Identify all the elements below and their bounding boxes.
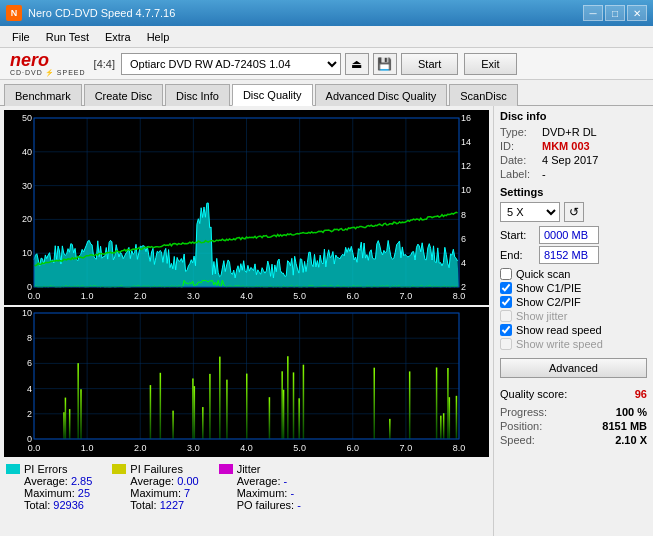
drive-label: [4:4] xyxy=(94,58,115,70)
pi-failures-color xyxy=(112,464,126,474)
window-controls: ─ □ ✕ xyxy=(583,5,647,21)
show-c2-label: Show C2/PIF xyxy=(516,296,581,308)
position-value: 8151 MB xyxy=(602,420,647,432)
position-row: Position: 8151 MB xyxy=(500,420,647,432)
show-c2-row: Show C2/PIF xyxy=(500,296,647,308)
pi-errors-label: PI Errors xyxy=(24,463,67,475)
label-label: Label: xyxy=(500,168,538,180)
drive-select[interactable]: Optiarc DVD RW AD-7240S 1.04 xyxy=(121,53,341,75)
right-panel: Disc info Type: DVD+R DL ID: MKM 003 Dat… xyxy=(493,106,653,536)
menu-help[interactable]: Help xyxy=(139,29,178,45)
pi-errors-maximum: Maximum: 25 xyxy=(6,487,92,499)
menu-file[interactable]: File xyxy=(4,29,38,45)
app-icon: N xyxy=(6,5,22,21)
tab-benchmark[interactable]: Benchmark xyxy=(4,84,82,106)
show-read-speed-checkbox[interactable] xyxy=(500,324,512,336)
top-chart xyxy=(4,110,479,305)
tab-create-disc[interactable]: Create Disc xyxy=(84,84,163,106)
jitter-color xyxy=(219,464,233,474)
start-label: Start: xyxy=(500,229,535,241)
quality-row: Quality score: 96 xyxy=(500,388,647,400)
show-read-speed-row: Show read speed xyxy=(500,324,647,336)
close-button[interactable]: ✕ xyxy=(627,5,647,21)
speed-row: 5 X 1 X 2 X 4 X 8 X Max ↺ xyxy=(500,202,647,222)
menu-run-test[interactable]: Run Test xyxy=(38,29,97,45)
maximize-button[interactable]: □ xyxy=(605,5,625,21)
bottom-chart-container xyxy=(4,307,489,457)
settings-title: Settings xyxy=(500,186,647,198)
type-value: DVD+R DL xyxy=(542,126,597,138)
show-write-speed-checkbox[interactable] xyxy=(500,338,512,350)
start-row: Start: xyxy=(500,226,647,244)
pi-errors-total: Total: 92936 xyxy=(6,499,92,511)
quick-scan-checkbox[interactable] xyxy=(500,268,512,280)
main-content: PI Errors Average: 2.85 Maximum: 25 Tota… xyxy=(0,106,653,536)
jitter-maximum: Maximum: - xyxy=(219,487,301,499)
show-jitter-row: Show jitter xyxy=(500,310,647,322)
refresh-button[interactable]: ↺ xyxy=(564,202,584,222)
show-write-speed-label: Show write speed xyxy=(516,338,603,350)
date-value: 4 Sep 2017 xyxy=(542,154,598,166)
date-label: Date: xyxy=(500,154,538,166)
tab-disc-quality[interactable]: Disc Quality xyxy=(232,84,313,106)
label-value: - xyxy=(542,168,546,180)
show-jitter-label: Show jitter xyxy=(516,310,567,322)
toolbar: nero CD·DVD⚡SPEED [4:4] Optiarc DVD RW A… xyxy=(0,48,653,80)
pi-failures-label: PI Failures xyxy=(130,463,183,475)
nero-logo: nero xyxy=(10,51,86,69)
quality-score-value: 96 xyxy=(635,388,647,400)
show-c1-row: Show C1/PIE xyxy=(500,282,647,294)
eject-icon-btn[interactable]: ⏏ xyxy=(345,53,369,75)
start-button[interactable]: Start xyxy=(401,53,458,75)
quick-scan-label: Quick scan xyxy=(516,268,570,280)
jitter-label: Jitter xyxy=(237,463,261,475)
jitter-average: Average: - xyxy=(219,475,301,487)
advanced-button[interactable]: Advanced xyxy=(500,358,647,378)
tab-advanced-disc-quality[interactable]: Advanced Disc Quality xyxy=(315,84,448,106)
legend-jitter: Jitter Average: - Maximum: - PO failures… xyxy=(219,463,301,511)
end-row: End: xyxy=(500,246,647,264)
menu-extra[interactable]: Extra xyxy=(97,29,139,45)
type-row: Type: DVD+R DL xyxy=(500,126,647,138)
type-label: Type: xyxy=(500,126,538,138)
save-icon-btn[interactable]: 💾 xyxy=(373,53,397,75)
minimize-button[interactable]: ─ xyxy=(583,5,603,21)
tab-scan-disc[interactable]: ScanDisc xyxy=(449,84,517,106)
tab-bar: Benchmark Create Disc Disc Info Disc Qua… xyxy=(0,80,653,106)
start-input[interactable] xyxy=(539,226,599,244)
quality-score-label: Quality score: xyxy=(500,388,567,400)
progress-value: 100 % xyxy=(616,406,647,418)
end-label: End: xyxy=(500,249,535,261)
progress-label: Progress: xyxy=(500,406,547,418)
legend-pi-errors: PI Errors Average: 2.85 Maximum: 25 Tota… xyxy=(6,463,92,511)
title-bar: N Nero CD-DVD Speed 4.7.7.16 ─ □ ✕ xyxy=(0,0,653,26)
date-row: Date: 4 Sep 2017 xyxy=(500,154,647,166)
label-row: Label: - xyxy=(500,168,647,180)
pi-failures-maximum: Maximum: 7 xyxy=(112,487,198,499)
menu-bar: File Run Test Extra Help xyxy=(0,26,653,48)
nero-sub: CD·DVD⚡SPEED xyxy=(10,69,86,77)
end-input[interactable] xyxy=(539,246,599,264)
speed-label: Speed: xyxy=(500,434,535,446)
pi-failures-total: Total: 1227 xyxy=(112,499,198,511)
show-c2-checkbox[interactable] xyxy=(500,296,512,308)
tab-disc-info[interactable]: Disc Info xyxy=(165,84,230,106)
speed-select[interactable]: 5 X 1 X 2 X 4 X 8 X Max xyxy=(500,202,560,222)
show-write-speed-row: Show write speed xyxy=(500,338,647,350)
exit-button[interactable]: Exit xyxy=(464,53,516,75)
position-label: Position: xyxy=(500,420,542,432)
pi-failures-average: Average: 0.00 xyxy=(112,475,198,487)
id-row: ID: MKM 003 xyxy=(500,140,647,152)
show-c1-label: Show C1/PIE xyxy=(516,282,581,294)
legend: PI Errors Average: 2.85 Maximum: 25 Tota… xyxy=(4,459,489,515)
show-c1-checkbox[interactable] xyxy=(500,282,512,294)
speed-row: Speed: 2.10 X xyxy=(500,434,647,446)
pi-errors-color xyxy=(6,464,20,474)
quick-scan-row: Quick scan xyxy=(500,268,647,280)
progress-section: Progress: 100 % Position: 8151 MB Speed:… xyxy=(500,406,647,446)
show-read-speed-label: Show read speed xyxy=(516,324,602,336)
id-value: MKM 003 xyxy=(542,140,590,152)
show-jitter-checkbox[interactable] xyxy=(500,310,512,322)
pi-errors-average: Average: 2.85 xyxy=(6,475,92,487)
nero-logo-block: nero CD·DVD⚡SPEED xyxy=(6,49,90,79)
